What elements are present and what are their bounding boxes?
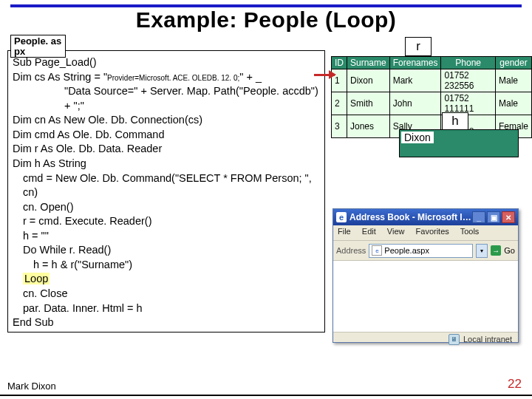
table-header-row: ID Surname Forenames Phone gender	[332, 57, 532, 69]
maximize-button[interactable]: ▣	[487, 211, 500, 223]
browser-content	[333, 261, 518, 332]
browser-menubar[interactable]: File Edit View Favorites Tools	[333, 225, 518, 241]
menu-tools[interactable]: Tools	[460, 227, 480, 236]
code-line: r = cmd. Execute. Reader()	[13, 214, 318, 229]
file-label: People. as px	[10, 35, 66, 58]
code-line: End Sub	[13, 316, 318, 330]
loop-highlight: Loop	[23, 273, 50, 284]
browser-titlebar[interactable]: e Address Book - Microsoft I… _ ▣ ✕	[333, 209, 518, 225]
page-favicon-icon: e	[372, 245, 382, 256]
menu-file[interactable]: File	[338, 227, 351, 236]
address-bar: Address e People.aspx ▾ → Go	[333, 241, 518, 261]
footer-page-number: 22	[508, 377, 522, 392]
footer-author: Mark Dixon	[7, 381, 56, 392]
arrow-to-table	[314, 74, 335, 76]
code-line: h = ""	[13, 229, 318, 244]
h-value-box: Dixon	[399, 129, 519, 157]
ie-icon: e	[336, 212, 347, 222]
slide-title: Example: People (Loop)	[0, 7, 532, 33]
code-line: cn. Open()	[13, 200, 318, 215]
col-id: ID	[332, 57, 347, 69]
browser-title: Address Book - Microsoft I…	[349, 212, 471, 222]
close-button[interactable]: ✕	[502, 211, 515, 223]
menu-view[interactable]: View	[387, 227, 405, 236]
h-value: Dixon	[401, 132, 434, 143]
col-forenames: Forenames	[389, 57, 441, 69]
menu-edit[interactable]: Edit	[362, 227, 376, 236]
go-button-icon[interactable]: →	[491, 245, 501, 256]
callout-h: h	[442, 112, 468, 130]
address-input[interactable]: e People.aspx	[369, 244, 473, 258]
address-url: People.aspx	[384, 246, 429, 255]
address-label: Address	[336, 246, 366, 255]
data-table: ID Surname Forenames Phone gender 1 Dixo…	[331, 56, 532, 138]
code-line: Dim r As Ole. Db. Data. Reader	[13, 142, 318, 157]
browser-statusbar: 🖥 Local intranet	[333, 332, 518, 346]
code-line: Dim cn As New Ole. Db. Connection(cs)	[13, 113, 318, 128]
menu-favorites[interactable]: Favorites	[416, 227, 449, 236]
status-text: Local intranet	[463, 335, 512, 344]
col-gender: gender	[495, 57, 531, 69]
col-phone: Phone	[441, 57, 496, 69]
bottom-rule	[0, 395, 532, 396]
code-line: Loop	[13, 272, 318, 287]
code-line: h = h & r("Surname")	[13, 258, 318, 273]
code-line: Dim h As String	[13, 157, 318, 171]
file-label-line2: px	[14, 46, 25, 57]
code-line: "Data Source=" + Server. Map. Path("Peop…	[13, 84, 318, 113]
table-row: 1 Dixon Mark 01752 232556 Male	[332, 69, 532, 92]
intranet-icon: 🖥	[449, 334, 460, 345]
minimize-button[interactable]: _	[472, 211, 485, 223]
browser-window: e Address Book - Microsoft I… _ ▣ ✕ File…	[332, 208, 519, 343]
code-line: par. Data. Inner. Html = h	[13, 301, 318, 316]
address-dropdown-icon[interactable]: ▾	[476, 244, 488, 258]
callout-r: r	[405, 37, 432, 56]
go-label[interactable]: Go	[504, 246, 515, 255]
col-surname: Surname	[347, 57, 390, 69]
code-line: Dim cs As String = "Provider=Microsoft. …	[13, 70, 318, 85]
code-line: Do While r. Read()	[13, 243, 318, 258]
code-line: Dim cmd As Ole. Db. Command	[13, 128, 318, 143]
code-line: cn. Close	[13, 287, 318, 301]
code-line: cmd = New Ole. Db. Command("SELECT * FRO…	[13, 171, 318, 200]
table-row: 2 Smith John 01752 111111 Male	[332, 92, 532, 115]
code-listing: Sub Page_Load() Dim cs As String = "Prov…	[7, 50, 325, 332]
